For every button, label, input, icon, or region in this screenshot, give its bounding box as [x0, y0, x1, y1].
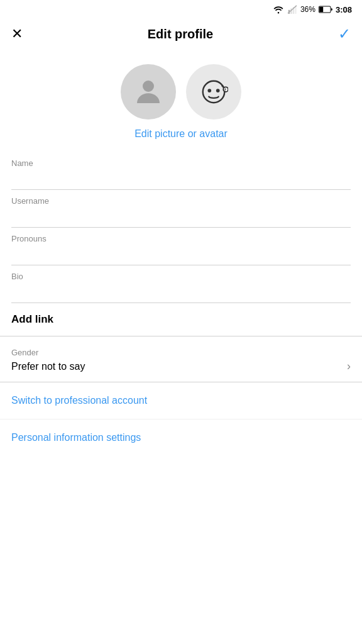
- gender-value: Prefer not to say: [11, 361, 85, 372]
- svg-point-7: [143, 80, 154, 92]
- profile-picture-section: ↺ Edit picture or avatar: [0, 49, 362, 152]
- switch-professional-link[interactable]: Switch to professional account: [11, 395, 147, 406]
- page-title: Edit profile: [148, 27, 213, 42]
- status-bar: 36% 3:08: [0, 0, 362, 19]
- svg-point-9: [207, 89, 211, 92]
- gender-row[interactable]: Prefer not to say ›: [11, 360, 351, 382]
- username-label: Username: [11, 196, 351, 206]
- username-field: Username: [11, 190, 351, 228]
- personal-info-section: Personal information settings: [0, 419, 362, 456]
- add-link-row[interactable]: Add link: [0, 303, 362, 336]
- pronouns-field: Pronouns: [11, 228, 351, 265]
- svg-text:↺: ↺: [223, 88, 226, 92]
- gender-label: Gender: [11, 348, 351, 357]
- add-link-label: Add link: [11, 313, 53, 325]
- svg-rect-6: [319, 7, 323, 12]
- svg-point-10: [216, 89, 220, 92]
- pronouns-input[interactable]: [11, 246, 351, 265]
- battery-icon: [319, 6, 332, 13]
- gender-field: Gender Prefer not to say ›: [0, 336, 362, 382]
- gender-chevron-icon: ›: [347, 360, 351, 373]
- bio-label: Bio: [11, 272, 351, 281]
- wifi-icon: [273, 5, 284, 14]
- bio-field: Bio: [11, 265, 351, 303]
- avatar-icon-button[interactable]: ↺: [186, 64, 241, 119]
- avatar-row: ↺: [121, 64, 241, 119]
- personal-info-link[interactable]: Personal information settings: [11, 432, 141, 443]
- edit-picture-link[interactable]: Edit picture or avatar: [134, 128, 228, 140]
- battery-percent: 36%: [300, 5, 315, 14]
- form-section: Name Username Pronouns Bio: [0, 152, 362, 303]
- pronouns-label: Pronouns: [11, 234, 351, 243]
- name-label: Name: [11, 158, 351, 168]
- username-input[interactable]: [11, 208, 351, 227]
- signal-icon: [287, 5, 297, 14]
- person-icon: [131, 75, 165, 109]
- close-button[interactable]: ✕: [11, 27, 23, 41]
- save-check-button[interactable]: ✓: [338, 25, 351, 43]
- svg-rect-8: [203, 81, 225, 103]
- switch-professional-section: Switch to professional account: [0, 382, 362, 419]
- name-field: Name: [11, 152, 351, 190]
- bio-input[interactable]: [11, 284, 351, 303]
- avatar-sticker-icon: ↺: [199, 77, 228, 106]
- name-input[interactable]: [11, 170, 351, 189]
- header: ✕ Edit profile ✓: [0, 19, 362, 49]
- status-time: 3:08: [336, 5, 352, 14]
- profile-photo-button[interactable]: [121, 64, 176, 119]
